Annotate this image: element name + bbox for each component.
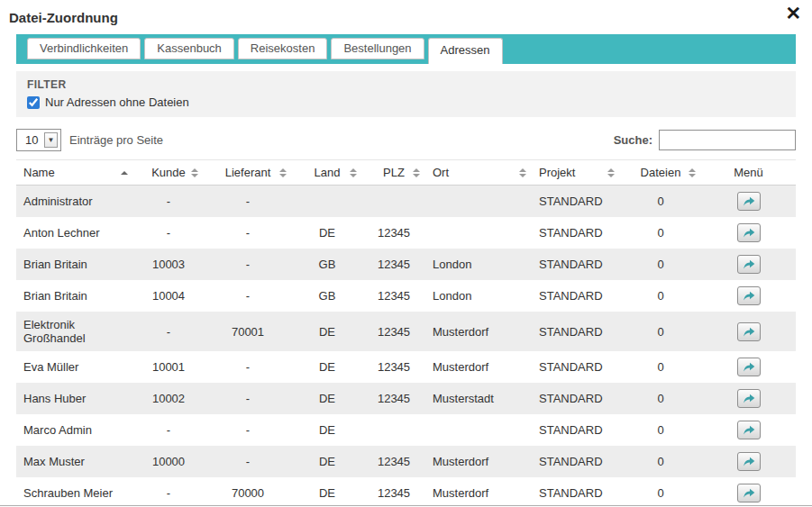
- row-menu-button[interactable]: [737, 421, 761, 439]
- curved-arrow-icon: [743, 327, 755, 337]
- cell-lieferant: -: [204, 280, 292, 312]
- dialog-title: Datei-Zuordnung: [9, 10, 118, 25]
- row-menu-button[interactable]: [737, 223, 761, 242]
- cell-plz: 12345: [362, 312, 425, 351]
- cell-plz: 12345: [362, 446, 425, 477]
- row-menu-button[interactable]: [737, 484, 761, 502]
- cell-kunde: 10002: [133, 383, 204, 414]
- table-row: Elektronik Großhandel-70001DE12345Muster…: [16, 312, 796, 351]
- curved-arrow-icon: [743, 196, 755, 206]
- filter-panel: FILTER Nur Adressen ohne Dateien: [16, 71, 796, 117]
- sort-both-icon: [607, 168, 615, 177]
- cell-name: Max Muster: [16, 446, 133, 477]
- cell-dateien: 0: [620, 312, 701, 351]
- tab-bestellungen[interactable]: Bestellungen: [331, 38, 424, 59]
- cell-land: [292, 186, 362, 218]
- column-header-projekt[interactable]: Projekt: [532, 160, 620, 186]
- column-header-menu: Menü: [701, 160, 796, 186]
- row-menu-button[interactable]: [737, 452, 761, 471]
- cell-lieferant: -: [204, 351, 292, 383]
- cell-land: DE: [292, 312, 362, 351]
- cell-kunde: -: [133, 186, 204, 218]
- cell-menu: [701, 477, 796, 506]
- curved-arrow-icon: [743, 228, 755, 238]
- cell-plz: 12345: [362, 351, 425, 383]
- column-header-name[interactable]: Name: [16, 160, 133, 186]
- cell-menu: [701, 249, 796, 280]
- cell-kunde: 10000: [133, 446, 204, 477]
- cell-land: GB: [292, 280, 362, 312]
- cell-ort: London: [425, 280, 532, 312]
- row-menu-button[interactable]: [737, 255, 761, 274]
- chevron-down-icon[interactable]: ▼: [44, 132, 58, 148]
- cell-menu: [701, 383, 796, 414]
- cell-kunde: 10004: [133, 280, 204, 312]
- cell-menu: [701, 351, 796, 383]
- row-menu-button[interactable]: [737, 192, 761, 211]
- cell-menu: [701, 186, 796, 218]
- filter-checkbox-row[interactable]: Nur Adressen ohne Dateien: [27, 95, 785, 109]
- column-label: Projekt: [539, 166, 575, 179]
- cell-lieferant: -: [204, 414, 292, 446]
- only-without-files-checkbox[interactable]: [27, 96, 40, 109]
- cell-dateien: 0: [620, 249, 701, 280]
- table-row: Hans Huber10002-DE12345MusterstadtSTANDA…: [16, 383, 796, 414]
- cell-plz: 12345: [362, 249, 425, 280]
- cell-menu: [701, 312, 796, 351]
- cell-dateien: 0: [620, 280, 701, 312]
- row-menu-button[interactable]: [737, 358, 761, 376]
- curved-arrow-icon: [743, 457, 755, 466]
- cell-name: Eva Müller: [16, 351, 133, 383]
- column-header-kunde[interactable]: Kunde: [133, 160, 204, 186]
- cell-dateien: 0: [620, 446, 701, 477]
- close-icon[interactable]: ✕: [785, 4, 801, 23]
- cell-projekt: STANDARD: [532, 383, 620, 414]
- search-controls: Suche:: [614, 130, 796, 150]
- column-header-ort[interactable]: Ort: [425, 160, 532, 186]
- tab-adressen[interactable]: Adressen: [428, 38, 503, 64]
- tab-reisekosten[interactable]: Reisekosten: [238, 38, 328, 59]
- cell-land: DE: [292, 383, 362, 414]
- curved-arrow-icon: [743, 394, 755, 403]
- cell-projekt: STANDARD: [532, 312, 620, 351]
- cell-ort: Musterstadt: [425, 383, 532, 414]
- row-menu-button[interactable]: [737, 389, 761, 408]
- column-label: PLZ: [383, 166, 405, 179]
- cell-kunde: 10001: [133, 351, 204, 383]
- cell-kunde: -: [133, 217, 204, 249]
- cell-plz: 12345: [362, 477, 425, 506]
- curved-arrow-icon: [743, 259, 755, 269]
- cell-dateien: 0: [620, 351, 701, 383]
- cell-land: GB: [292, 249, 362, 280]
- cell-lieferant: -: [204, 249, 292, 280]
- column-header-plz[interactable]: PLZ: [362, 160, 425, 186]
- cell-projekt: STANDARD: [532, 414, 620, 446]
- column-header-land[interactable]: Land: [292, 160, 362, 186]
- cell-menu: [701, 446, 796, 477]
- column-header-lieferant[interactable]: Lieferant: [204, 160, 292, 186]
- tab-verbindlichkeiten[interactable]: Verbindlichkeiten: [27, 38, 141, 59]
- cell-projekt: STANDARD: [532, 280, 620, 312]
- column-header-dateien[interactable]: Dateien: [620, 160, 701, 186]
- cell-ort: Musterdorf: [425, 446, 532, 477]
- cell-name: Marco Admin: [16, 414, 133, 446]
- curved-arrow-icon: [743, 291, 755, 301]
- tab-kassenbuch[interactable]: Kassenbuch: [144, 38, 234, 59]
- table-row: Schrauben Meier-70000DE12345MusterdorfST…: [16, 477, 796, 506]
- row-menu-button[interactable]: [737, 286, 761, 305]
- adressen-table: NameKundeLieferantLandPLZOrtProjektDatei…: [16, 159, 796, 506]
- cell-kunde: -: [133, 477, 204, 506]
- table-row: Administrator--STANDARD0: [16, 186, 796, 218]
- cell-name: Anton Lechner: [16, 217, 133, 249]
- cell-projekt: STANDARD: [532, 351, 620, 383]
- search-input[interactable]: [659, 130, 796, 150]
- sort-both-icon: [191, 168, 198, 177]
- filter-checkbox-label: Nur Adressen ohne Dateien: [45, 95, 189, 109]
- row-menu-button[interactable]: [737, 322, 761, 341]
- cell-ort: London: [425, 249, 532, 280]
- dialog-header: Datei-Zuordnung ✕: [0, 0, 812, 34]
- cell-dateien: 0: [620, 477, 701, 506]
- cell-name: Hans Huber: [16, 383, 133, 414]
- cell-lieferant: -: [204, 446, 292, 477]
- page-size-select[interactable]: 10 ▼: [16, 129, 61, 151]
